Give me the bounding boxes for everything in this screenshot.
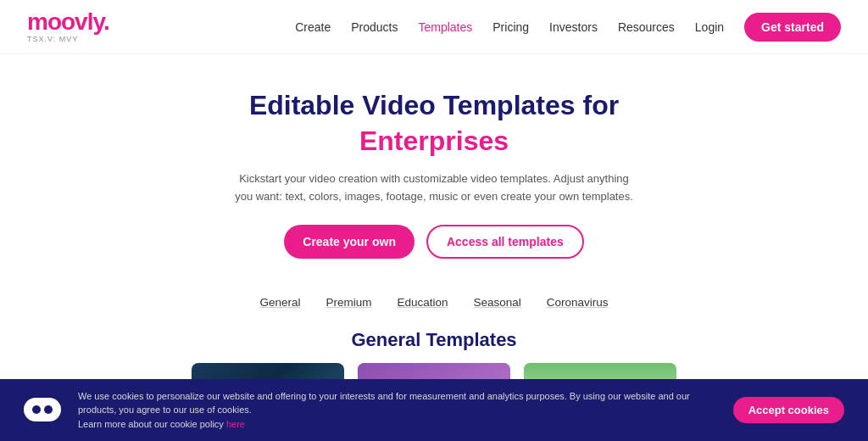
cookie-banner: We use cookies to personalize our websit…	[0, 379, 868, 442]
filter-tabs: General Premium Education Seasonal Coron…	[0, 296, 868, 310]
nav-login[interactable]: Login	[695, 20, 724, 34]
nav-products[interactable]: Products	[351, 20, 398, 34]
nav-resources[interactable]: Resources	[618, 20, 675, 34]
section-title: General Templates	[0, 329, 868, 351]
main-nav: Create Products Templates Pricing Invest…	[295, 13, 841, 42]
filter-general[interactable]: General	[259, 296, 300, 310]
logo[interactable]: moovly. TSX.V: MVY	[27, 10, 109, 43]
filter-coronavirus[interactable]: Coronavirus	[547, 296, 609, 310]
filter-seasonal[interactable]: Seasonal	[474, 296, 521, 310]
logo-ticker: TSX.V: MVY	[27, 35, 78, 43]
header: moovly. TSX.V: MVY Create Products Templ…	[0, 0, 868, 54]
cookie-text: We use cookies to personalize our websit…	[78, 389, 716, 432]
cookie-icon	[24, 398, 61, 421]
hero-section: Editable Video Templates for Enterprises…	[0, 54, 868, 276]
hero-description: Kickstart your video creation with custo…	[231, 170, 637, 206]
logo-wordmark: moovly.	[27, 10, 109, 34]
cookie-dot-right	[44, 405, 53, 414]
nav-create[interactable]: Create	[295, 20, 331, 34]
nav-investors[interactable]: Investors	[549, 20, 598, 34]
cookie-dot-left	[32, 405, 41, 414]
access-all-templates-button[interactable]: Access all templates	[426, 225, 584, 259]
filter-premium[interactable]: Premium	[326, 296, 371, 310]
create-your-own-button[interactable]: Create your own	[284, 225, 415, 259]
filter-education[interactable]: Education	[397, 296, 448, 310]
nav-pricing[interactable]: Pricing	[492, 20, 529, 34]
hero-buttons: Create your own Access all templates	[17, 225, 851, 259]
nav-templates[interactable]: Templates	[418, 20, 472, 34]
hero-title: Editable Video Templates for Enterprises	[17, 88, 851, 159]
cookie-policy-link[interactable]: here	[226, 419, 245, 429]
accept-cookies-button[interactable]: Accept cookies	[733, 397, 844, 423]
get-started-button[interactable]: Get started	[744, 13, 841, 42]
